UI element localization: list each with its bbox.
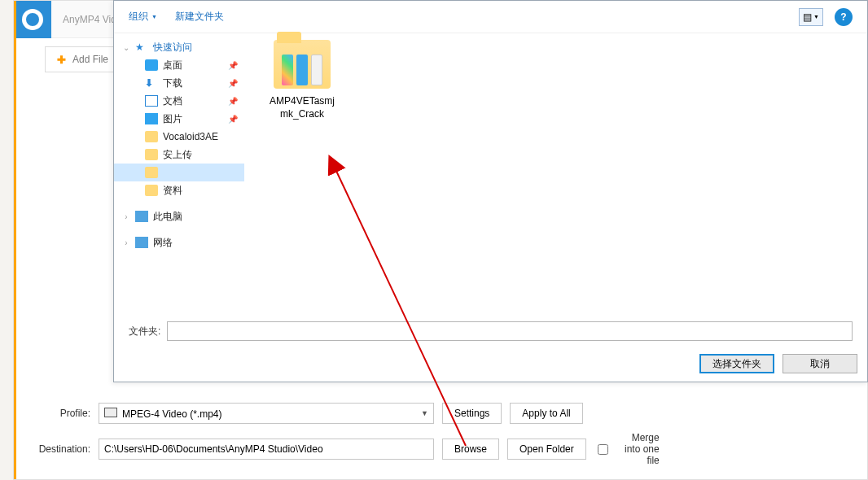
dialog-toolbar: 组织▼ 新建文件夹 ▤▼ ? bbox=[114, 1, 867, 33]
folder-icon bbox=[274, 40, 331, 89]
tree-this-pc[interactable]: ›此电脑 bbox=[114, 207, 244, 225]
folder-icon bbox=[145, 131, 158, 142]
merge-label: Merge into one file bbox=[616, 432, 660, 466]
tree-desktop[interactable]: 桌面📌 bbox=[114, 56, 244, 74]
tree-anshangchuan[interactable]: 安上传 bbox=[114, 146, 244, 164]
collapse-icon: ⌄ bbox=[122, 43, 130, 52]
help-icon: ? bbox=[840, 11, 846, 23]
document-icon bbox=[145, 95, 158, 107]
desktop-icon bbox=[145, 59, 158, 71]
organize-menu[interactable]: 组织▼ bbox=[129, 10, 157, 24]
dialog-buttons: 选择文件夹 取消 bbox=[114, 349, 867, 382]
chevron-down-icon: ▼ bbox=[421, 409, 428, 417]
folder-name: AMP4VETasmjmk_Crack bbox=[257, 95, 347, 120]
network-icon bbox=[135, 237, 148, 248]
cancel-button[interactable]: 取消 bbox=[783, 354, 857, 373]
pin-icon: 📌 bbox=[228, 61, 238, 70]
pin-icon: 📌 bbox=[228, 97, 238, 106]
destination-label: Destination: bbox=[25, 443, 90, 455]
select-folder-button[interactable]: 选择文件夹 bbox=[699, 354, 774, 373]
mpeg-icon bbox=[104, 408, 117, 417]
folder-icon bbox=[145, 167, 158, 178]
chevron-down-icon: ▼ bbox=[813, 14, 819, 20]
tree-documents[interactable]: 文档📌 bbox=[114, 92, 244, 110]
tree-downloads[interactable]: ⬇下载📌 bbox=[114, 74, 244, 92]
pictures-icon bbox=[145, 113, 158, 124]
folder-input-row: 文件夹: bbox=[114, 316, 867, 349]
profile-select[interactable]: MPEG-4 Video (*.mp4) ▼ bbox=[99, 403, 434, 424]
new-folder-button[interactable]: 新建文件夹 bbox=[175, 10, 224, 24]
add-file-label: Add File bbox=[72, 54, 108, 65]
view-mode-button[interactable]: ▤▼ bbox=[799, 8, 823, 26]
expand-icon: › bbox=[122, 212, 130, 221]
open-folder-button[interactable]: Open Folder bbox=[507, 439, 586, 460]
profile-label: Profile: bbox=[25, 408, 90, 419]
destination-input[interactable] bbox=[99, 439, 434, 460]
navigation-tree: ⌄★快速访问 桌面📌 ⬇下载📌 文档📌 图片📌 Vocaloid3AE 安上传 … bbox=[114, 33, 244, 316]
pc-icon bbox=[135, 211, 148, 222]
pin-icon: 📌 bbox=[228, 115, 238, 124]
tree-quick-access[interactable]: ⌄★快速访问 bbox=[114, 38, 244, 56]
merge-checkbox-input[interactable] bbox=[598, 444, 608, 455]
download-icon: ⬇ bbox=[145, 77, 158, 89]
help-button[interactable]: ? bbox=[835, 8, 853, 26]
tree-pictures[interactable]: 图片📌 bbox=[114, 110, 244, 128]
app-logo-icon bbox=[14, 1, 51, 38]
tree-vocaloid[interactable]: Vocaloid3AE bbox=[114, 128, 244, 146]
folder-icon bbox=[145, 185, 158, 196]
chevron-down-icon: ▼ bbox=[151, 14, 157, 20]
tree-network[interactable]: ›网络 bbox=[114, 233, 244, 251]
apply-to-all-button[interactable]: Apply to All bbox=[510, 403, 582, 424]
folder-name-input[interactable] bbox=[167, 321, 853, 341]
settings-button[interactable]: Settings bbox=[442, 403, 502, 424]
tree-ziliao[interactable]: 资料 bbox=[114, 181, 244, 199]
plus-icon: ✚ bbox=[57, 54, 66, 66]
merge-checkbox[interactable]: Merge into one file bbox=[594, 432, 660, 466]
browse-button[interactable]: Browse bbox=[442, 439, 499, 460]
star-icon: ★ bbox=[135, 41, 148, 53]
bottom-bar: Profile: MPEG-4 Video (*.mp4) ▼ Settings… bbox=[14, 395, 867, 474]
view-icon: ▤ bbox=[803, 11, 812, 23]
expand-icon: › bbox=[122, 238, 130, 247]
pin-icon: 📌 bbox=[228, 79, 238, 88]
folder-icon bbox=[145, 149, 158, 160]
folder-field-label: 文件夹: bbox=[129, 325, 160, 338]
tree-selected-folder[interactable] bbox=[114, 164, 244, 181]
folder-dialog: 组织▼ 新建文件夹 ▤▼ ? ⌄★快速访问 桌面📌 ⬇下载📌 文档📌 图片📌 V… bbox=[113, 0, 868, 382]
folder-item[interactable]: AMP4VETasmjmk_Crack bbox=[257, 40, 347, 120]
profile-value: MPEG-4 Video (*.mp4) bbox=[122, 408, 222, 420]
folder-content[interactable]: AMP4VETasmjmk_Crack bbox=[244, 33, 867, 316]
